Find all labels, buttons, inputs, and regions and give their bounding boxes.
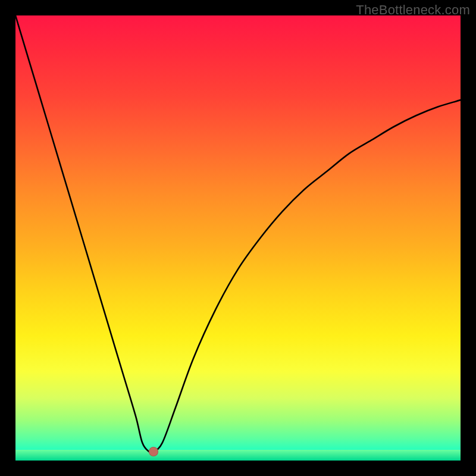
bottleneck-curve xyxy=(15,15,461,461)
chart-frame: TheBottleneck.com xyxy=(0,0,476,476)
plot-area xyxy=(15,15,461,461)
watermark-text: TheBottleneck.com xyxy=(356,2,470,18)
optimal-point-marker xyxy=(149,447,158,456)
